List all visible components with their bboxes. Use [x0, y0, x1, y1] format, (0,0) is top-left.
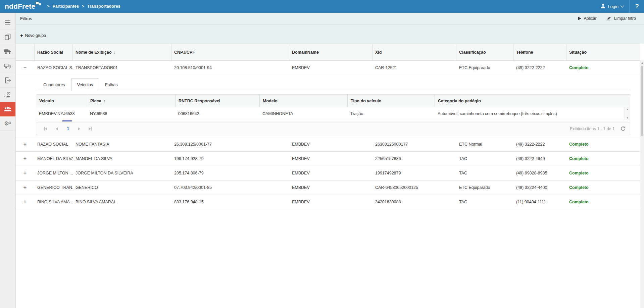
horizontal-scroll-thumb[interactable] [62, 120, 72, 121]
column-header-telefone[interactable]: Telefone [513, 44, 566, 60]
pager-prev-button[interactable] [51, 125, 62, 133]
sort-asc-icon: ↑ [103, 99, 105, 103]
expand-cell[interactable]: + [15, 156, 35, 161]
new-group-button[interactable]: + Novo grupo [20, 33, 46, 38]
scroll-up-icon[interactable]: ▲ [626, 108, 629, 110]
apply-filter-button[interactable]: Aplicar [578, 16, 596, 21]
app-logo[interactable]: nddFrete [0, 1, 41, 12]
sidebar: $ ⚙⚙ [0, 13, 16, 308]
sidebar-item-participants[interactable] [0, 102, 15, 116]
main-vertical-scrollbar[interactable]: ▲ [640, 60, 644, 308]
vehicle-column-header-veiculo[interactable]: Veiculo [36, 95, 87, 107]
refresh-button[interactable] [620, 126, 626, 132]
scroll-down-icon[interactable]: ▼ [626, 117, 629, 119]
sidebar-item-freight-truck[interactable] [0, 59, 15, 73]
column-label: Classificação [459, 50, 486, 55]
tab-falhas[interactable]: Falhas [99, 79, 124, 91]
column-label: Telefone [516, 50, 533, 55]
cell-nome-exibicao: GENERICO [73, 185, 171, 190]
transporters-grid: Razão SocialNome de Exibição↓CNPJ/CPFDom… [15, 44, 640, 209]
column-header-domainname[interactable]: DomainName [289, 44, 373, 60]
expand-cell[interactable]: + [15, 170, 35, 176]
login-button[interactable]: Login [595, 0, 630, 13]
column-header-xid[interactable]: Xid [373, 44, 456, 60]
main-table-header: Razão SocialNome de Exibição↓CNPJ/CPFDom… [15, 44, 640, 61]
vehicle-cell-rntrc-responsavel: 006816642 [176, 111, 260, 116]
expand-row-icon[interactable]: + [23, 170, 27, 176]
column-header-razao-social[interactable]: Razão Social [35, 44, 73, 60]
sort-desc-icon: ↓ [114, 50, 116, 55]
content-area: Filtros Aplicar Limpar filtro + Novo gru… [15, 13, 644, 308]
table-row[interactable]: −RAZAO SOCIAL S...TRANSPORTADOR0120.108.… [15, 61, 640, 75]
vehicles-horizontal-scrollbar[interactable] [36, 120, 630, 122]
expand-row-icon[interactable]: + [23, 185, 27, 190]
vehicle-column-header-categoria-pedagio[interactable]: Categoria do pedágio [435, 95, 630, 107]
cell-domainname: EMBDEV [289, 200, 373, 204]
column-label: Tipo do veículo [351, 99, 381, 103]
pager-current-page[interactable]: 1 [62, 126, 73, 131]
cell-classificacao: ETC Normal [456, 142, 513, 147]
filters-bar: Filtros Aplicar Limpar filtro [15, 13, 644, 24]
scroll-thumb[interactable] [641, 66, 643, 136]
cell-xid: 26308125000177 [373, 142, 456, 147]
sidebar-item-payment[interactable]: $ [0, 88, 15, 102]
tab-condutores[interactable]: Condutores [37, 79, 71, 91]
sidebar-item-settings[interactable]: ⚙⚙ [0, 116, 15, 131]
pager-last-button[interactable] [85, 125, 96, 133]
column-header-nome-exibicao[interactable]: Nome de Exibição↓ [73, 44, 171, 60]
table-row[interactable]: +GENERICO TRAN...GENERICO07.703.942/0001… [15, 181, 640, 195]
pager-next-button[interactable] [73, 125, 85, 133]
vehicle-column-header-placa[interactable]: Placa↑ [87, 95, 176, 107]
sidebar-item-truck[interactable] [0, 44, 15, 59]
sidebar-item-menu[interactable] [0, 15, 15, 30]
cell-cnpj-cpf: 07.703.942/0001-85 [171, 185, 289, 190]
expand-row-icon[interactable]: + [23, 142, 27, 147]
expand-cell[interactable]: + [15, 142, 35, 147]
column-label: DomainName [292, 50, 319, 55]
cell-domainname: EMBDEV [289, 142, 373, 147]
new-group-label: Novo grupo [25, 33, 46, 38]
vehicle-column-header-tipo-veiculo[interactable]: Tipo do veículo [348, 95, 435, 107]
column-header-classificacao[interactable]: Classificação [456, 44, 513, 60]
cell-cnpj-cpf: 199.174.928-79 [171, 156, 289, 161]
table-row[interactable]: +RAZAO SOCIALNOME FANTASIA26.308.125/000… [15, 137, 640, 152]
collapse-row-icon[interactable]: − [23, 65, 27, 70]
vehicles-grid: VeiculoPlaca↑RNTRC ResponsávelModeloTipo… [36, 94, 630, 135]
expand-cell[interactable]: − [15, 65, 35, 70]
expand-cell[interactable]: + [15, 185, 35, 190]
column-header-cnpj-cpf[interactable]: CNPJ/CPF [171, 44, 289, 60]
table-row[interactable]: +MANOEL DA SILVAMANOEL DA SILVA199.174.9… [15, 152, 640, 166]
cell-nome-exibicao: BINO SILVA AMARAL [73, 200, 171, 204]
freight-truck-icon [4, 63, 12, 69]
cell-telefone: (49) 32224-4400 [513, 185, 566, 190]
cell-cnpj-cpf: 833.176.948-15 [171, 200, 289, 204]
scroll-up-icon[interactable]: ▲ [640, 61, 644, 64]
table-row[interactable]: +JORGE MILTON ...JORGE MILTON DA SILVEIR… [15, 166, 640, 181]
vehicle-cell-categoria-pedagio: Automóvel, caminhoneta com semirreboque … [435, 111, 630, 116]
help-button[interactable]: ? [630, 0, 644, 13]
table-row[interactable]: +BINO SILVA AMA...BINO SILVA AMARAL833.1… [15, 195, 640, 209]
help-icon: ? [635, 3, 639, 10]
clear-filter-button[interactable]: Limpar filtro [606, 16, 636, 21]
expand-row-icon[interactable]: + [23, 156, 27, 161]
cell-razao-social: RAZAO SOCIAL S... [35, 65, 73, 70]
vehicles-vertical-scrollbar[interactable]: ▲ ▼ [625, 107, 630, 120]
pager-first-button[interactable] [40, 125, 51, 133]
apply-filter-label: Aplicar [584, 16, 596, 21]
tab-veiculos[interactable]: Veículos [71, 79, 99, 91]
vehicle-column-header-modelo[interactable]: Modelo [260, 95, 348, 107]
breadcrumb-item[interactable]: Participantes [52, 4, 79, 9]
column-label: Xid [375, 50, 382, 55]
cell-domainname: EMBDEV [289, 171, 373, 175]
expanded-row-panel: CondutoresVeículosFalhas VeiculoPlaca↑RN… [15, 75, 640, 137]
column-header-situacao[interactable]: Situação [566, 44, 640, 60]
expand-cell[interactable]: + [15, 199, 35, 205]
vehicle-row[interactable]: EMBDEV.NYJ6538NYJ6538006816642CAMINHONET… [36, 107, 630, 120]
sidebar-item-export[interactable] [0, 73, 15, 88]
vehicle-column-header-rntrc-responsavel[interactable]: RNTRC Responsável [176, 95, 260, 107]
top-bar: nddFrete >Participantes>Transportadores … [0, 0, 644, 13]
expand-row-icon[interactable]: + [23, 199, 27, 205]
breadcrumb-item[interactable]: Transportadores [87, 4, 120, 9]
sidebar-item-documents[interactable] [0, 30, 15, 44]
participants-people-icon [4, 106, 12, 112]
